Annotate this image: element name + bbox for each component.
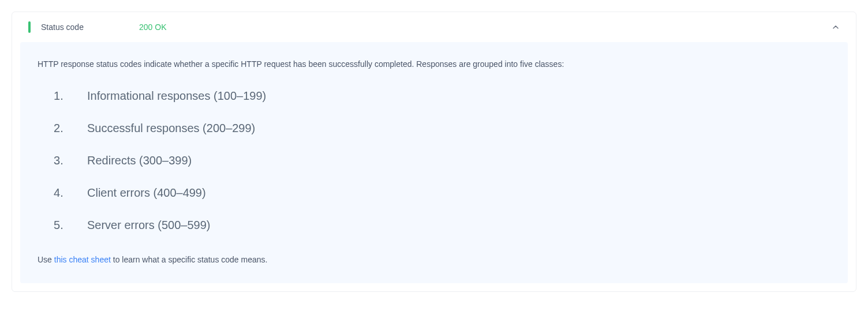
footer-prefix: Use (38, 255, 54, 264)
list-item: Informational responses (100–199) (54, 88, 830, 104)
cheat-sheet-link[interactable]: this cheat sheet (54, 255, 111, 264)
list-item: Redirects (300–399) (54, 152, 830, 168)
chevron-up-icon (832, 23, 840, 31)
status-code-panel: Status code 200 OK HTTP response status … (12, 12, 856, 292)
header-label: Status code (41, 22, 139, 32)
footer-suffix: to learn what a specific status code mea… (111, 255, 268, 264)
footer-note: Use this cheat sheet to learn what a spe… (38, 254, 830, 266)
panel-body: HTTP response status codes indicate whet… (20, 42, 848, 283)
status-classes-list: Informational responses (100–199) Succes… (38, 88, 830, 233)
list-item: Client errors (400–499) (54, 185, 830, 201)
intro-text: HTTP response status codes indicate whet… (38, 58, 830, 70)
header-value: 200 OK (139, 22, 832, 32)
list-item: Successful responses (200–299) (54, 120, 830, 136)
status-indicator (28, 21, 31, 33)
list-item: Server errors (500–599) (54, 217, 830, 233)
panel-header[interactable]: Status code 200 OK (12, 12, 856, 42)
